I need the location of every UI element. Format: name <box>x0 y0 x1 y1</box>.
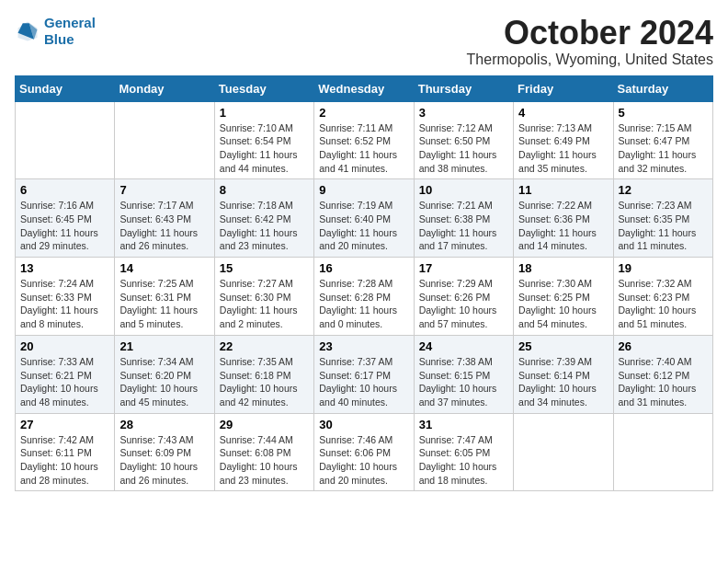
day-number: 24 <box>419 339 508 353</box>
day-info: Sunrise: 7:30 AM Sunset: 6:25 PM Dayligh… <box>518 277 608 331</box>
calendar-cell: 2Sunrise: 7:11 AM Sunset: 6:52 PM Daylig… <box>314 101 414 179</box>
weekday-header-saturday: Saturday <box>613 75 712 101</box>
day-info: Sunrise: 7:10 AM Sunset: 6:54 PM Dayligh… <box>220 121 309 176</box>
day-info: Sunrise: 7:44 AM Sunset: 6:08 PM Dayligh… <box>220 433 309 488</box>
day-info: Sunrise: 7:25 AM Sunset: 6:31 PM Dayligh… <box>119 277 209 331</box>
day-info: Sunrise: 7:15 AM Sunset: 6:47 PM Dayligh… <box>619 121 708 176</box>
day-info: Sunrise: 7:38 AM Sunset: 6:15 PM Dayligh… <box>419 355 508 409</box>
day-number: 29 <box>220 418 309 431</box>
day-number: 10 <box>419 183 508 197</box>
day-info: Sunrise: 7:39 AM Sunset: 6:14 PM Dayligh… <box>518 355 608 409</box>
calendar-cell: 31Sunrise: 7:47 AM Sunset: 6:05 PM Dayli… <box>414 413 513 491</box>
calendar-cell: 19Sunrise: 7:32 AM Sunset: 6:23 PM Dayli… <box>613 258 712 336</box>
day-info: Sunrise: 7:46 AM Sunset: 6:06 PM Dayligh… <box>319 433 408 488</box>
day-info: Sunrise: 7:12 AM Sunset: 6:50 PM Dayligh… <box>419 121 508 176</box>
page-header: General Blue October 2024 Thermopolis, W… <box>15 15 713 68</box>
day-info: Sunrise: 7:13 AM Sunset: 6:49 PM Dayligh… <box>518 121 608 176</box>
day-number: 17 <box>419 261 508 275</box>
day-info: Sunrise: 7:43 AM Sunset: 6:09 PM Dayligh… <box>119 433 209 488</box>
calendar-cell: 27Sunrise: 7:42 AM Sunset: 6:11 PM Dayli… <box>16 413 115 491</box>
day-info: Sunrise: 7:28 AM Sunset: 6:28 PM Dayligh… <box>319 277 408 331</box>
day-number: 9 <box>319 183 408 197</box>
calendar-cell <box>613 413 712 491</box>
calendar-cell: 13Sunrise: 7:24 AM Sunset: 6:33 PM Dayli… <box>16 258 115 336</box>
calendar-subtitle: Thermopolis, Wyoming, United States <box>467 52 713 68</box>
calendar-cell: 24Sunrise: 7:38 AM Sunset: 6:15 PM Dayli… <box>414 335 513 413</box>
weekday-header-sunday: Sunday <box>16 75 115 101</box>
calendar-cell: 12Sunrise: 7:23 AM Sunset: 6:35 PM Dayli… <box>613 179 712 258</box>
day-info: Sunrise: 7:17 AM Sunset: 6:43 PM Dayligh… <box>119 199 209 253</box>
calendar-cell: 29Sunrise: 7:44 AM Sunset: 6:08 PM Dayli… <box>214 413 313 491</box>
day-number: 30 <box>319 418 408 431</box>
calendar-cell: 6Sunrise: 7:16 AM Sunset: 6:45 PM Daylig… <box>16 179 115 258</box>
day-number: 7 <box>119 183 209 197</box>
day-number: 21 <box>119 339 209 353</box>
calendar-cell <box>514 413 613 491</box>
day-info: Sunrise: 7:40 AM Sunset: 6:12 PM Dayligh… <box>619 355 708 409</box>
day-number: 6 <box>20 183 109 197</box>
day-info: Sunrise: 7:27 AM Sunset: 6:30 PM Dayligh… <box>220 277 309 331</box>
day-number: 16 <box>319 261 408 275</box>
calendar-week-row: 20Sunrise: 7:33 AM Sunset: 6:21 PM Dayli… <box>16 335 713 413</box>
calendar-cell: 8Sunrise: 7:18 AM Sunset: 6:42 PM Daylig… <box>214 179 313 258</box>
day-number: 25 <box>518 339 608 353</box>
calendar-cell <box>16 101 115 179</box>
calendar-cell: 5Sunrise: 7:15 AM Sunset: 6:47 PM Daylig… <box>613 101 712 179</box>
calendar-cell: 26Sunrise: 7:40 AM Sunset: 6:12 PM Dayli… <box>613 335 712 413</box>
calendar-cell: 10Sunrise: 7:21 AM Sunset: 6:38 PM Dayli… <box>414 179 513 258</box>
day-number: 23 <box>319 339 408 353</box>
calendar-cell: 18Sunrise: 7:30 AM Sunset: 6:25 PM Dayli… <box>514 258 613 336</box>
calendar-cell: 9Sunrise: 7:19 AM Sunset: 6:40 PM Daylig… <box>314 179 414 258</box>
day-info: Sunrise: 7:29 AM Sunset: 6:26 PM Dayligh… <box>419 277 508 331</box>
title-area: October 2024 Thermopolis, Wyoming, Unite… <box>467 15 713 68</box>
calendar-cell: 28Sunrise: 7:43 AM Sunset: 6:09 PM Dayli… <box>115 413 214 491</box>
day-info: Sunrise: 7:33 AM Sunset: 6:21 PM Dayligh… <box>20 355 109 409</box>
calendar-cell: 15Sunrise: 7:27 AM Sunset: 6:30 PM Dayli… <box>214 258 313 336</box>
day-info: Sunrise: 7:47 AM Sunset: 6:05 PM Dayligh… <box>419 433 508 488</box>
day-info: Sunrise: 7:42 AM Sunset: 6:11 PM Dayligh… <box>20 433 109 488</box>
weekday-header-friday: Friday <box>514 75 613 101</box>
day-info: Sunrise: 7:19 AM Sunset: 6:40 PM Dayligh… <box>319 199 408 253</box>
calendar-cell: 4Sunrise: 7:13 AM Sunset: 6:49 PM Daylig… <box>514 101 613 179</box>
calendar-cell: 21Sunrise: 7:34 AM Sunset: 6:20 PM Dayli… <box>115 335 214 413</box>
logo-icon <box>15 18 40 44</box>
day-info: Sunrise: 7:23 AM Sunset: 6:35 PM Dayligh… <box>619 199 708 253</box>
weekday-header-tuesday: Tuesday <box>214 75 313 101</box>
day-info: Sunrise: 7:21 AM Sunset: 6:38 PM Dayligh… <box>419 199 508 253</box>
day-info: Sunrise: 7:22 AM Sunset: 6:36 PM Dayligh… <box>518 199 608 253</box>
calendar-week-row: 27Sunrise: 7:42 AM Sunset: 6:11 PM Dayli… <box>16 413 713 491</box>
day-info: Sunrise: 7:18 AM Sunset: 6:42 PM Dayligh… <box>220 199 309 253</box>
day-number: 4 <box>518 106 608 120</box>
calendar-cell: 14Sunrise: 7:25 AM Sunset: 6:31 PM Dayli… <box>115 258 214 336</box>
day-number: 15 <box>220 261 309 275</box>
day-number: 26 <box>619 339 708 353</box>
calendar-cell: 17Sunrise: 7:29 AM Sunset: 6:26 PM Dayli… <box>414 258 513 336</box>
weekday-header-monday: Monday <box>115 75 214 101</box>
calendar-cell: 3Sunrise: 7:12 AM Sunset: 6:50 PM Daylig… <box>414 101 513 179</box>
day-info: Sunrise: 7:32 AM Sunset: 6:23 PM Dayligh… <box>619 277 708 331</box>
calendar-cell: 11Sunrise: 7:22 AM Sunset: 6:36 PM Dayli… <box>514 179 613 258</box>
day-number: 13 <box>20 261 109 275</box>
calendar-week-row: 6Sunrise: 7:16 AM Sunset: 6:45 PM Daylig… <box>16 179 713 258</box>
calendar-cell <box>115 101 214 179</box>
day-number: 11 <box>518 183 608 197</box>
day-number: 20 <box>20 339 109 353</box>
day-number: 19 <box>619 261 708 275</box>
day-number: 12 <box>619 183 708 197</box>
day-number: 8 <box>220 183 309 197</box>
calendar-cell: 23Sunrise: 7:37 AM Sunset: 6:17 PM Dayli… <box>314 335 414 413</box>
day-info: Sunrise: 7:16 AM Sunset: 6:45 PM Dayligh… <box>20 199 109 253</box>
day-number: 18 <box>518 261 608 275</box>
weekday-header-row: SundayMondayTuesdayWednesdayThursdayFrid… <box>16 75 713 101</box>
day-number: 3 <box>419 106 508 120</box>
day-number: 2 <box>319 106 408 120</box>
calendar-cell: 30Sunrise: 7:46 AM Sunset: 6:06 PM Dayli… <box>314 413 414 491</box>
logo: General Blue <box>15 15 96 48</box>
day-number: 14 <box>119 261 209 275</box>
calendar-cell: 25Sunrise: 7:39 AM Sunset: 6:14 PM Dayli… <box>514 335 613 413</box>
day-number: 28 <box>119 418 209 431</box>
calendar-cell: 1Sunrise: 7:10 AM Sunset: 6:54 PM Daylig… <box>214 101 313 179</box>
calendar-week-row: 13Sunrise: 7:24 AM Sunset: 6:33 PM Dayli… <box>16 258 713 336</box>
calendar-cell: 20Sunrise: 7:33 AM Sunset: 6:21 PM Dayli… <box>16 335 115 413</box>
weekday-header-thursday: Thursday <box>414 75 513 101</box>
